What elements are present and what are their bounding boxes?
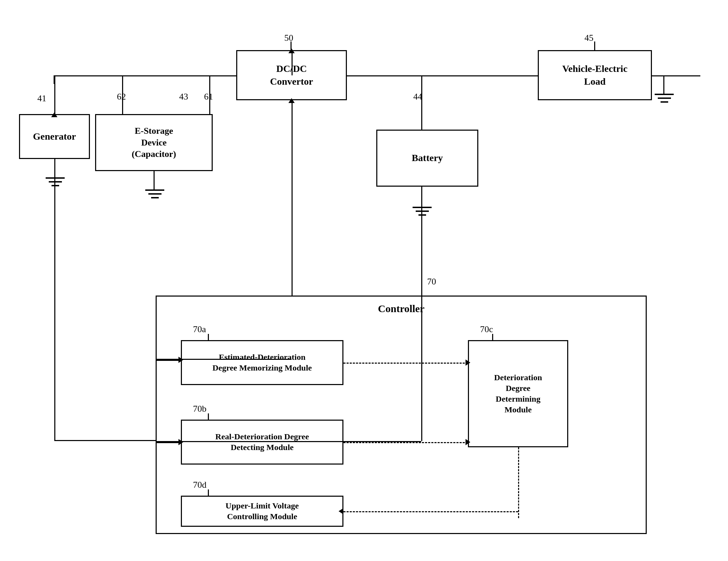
dash-b-to-c <box>343 442 468 443</box>
dash-c-to-d <box>343 511 518 512</box>
battery-horiz-to-ctrl <box>156 441 421 442</box>
mod-c-label: DeteriorationDegreeDeterminingModule <box>494 372 542 415</box>
estorage-box: E-StorageDevice(Capacitor) <box>95 114 213 171</box>
vehicle-load-box: Vehicle-ElectricLoad <box>538 50 652 100</box>
gen-wire-up <box>54 75 55 114</box>
mod-a-tick <box>208 334 209 340</box>
input-wire-to-a <box>157 360 181 361</box>
mod-a-box: Estimated-DeteriorationDegree Memorizing… <box>181 340 343 385</box>
controller-title: Controller <box>378 303 424 315</box>
gen-left-down-wire <box>54 159 55 441</box>
ref-62: 62 <box>117 92 126 102</box>
controller-outer-box: Controller 70a Estimated-DeteriorationDe… <box>156 296 647 534</box>
ref-45: 45 <box>584 33 593 43</box>
estorage-label: E-StorageDevice(Capacitor) <box>132 125 176 160</box>
ref-70c: 70c <box>480 324 493 335</box>
estorage-ground <box>145 189 164 198</box>
battery-down-to-ctrl <box>421 187 422 441</box>
dash-arrow-c-to-d <box>339 508 343 514</box>
mod-c-tick <box>492 334 493 340</box>
estorage-left-wire-up <box>122 75 123 114</box>
dash-arrow-b-to-c <box>466 439 470 445</box>
gen-arrow-up <box>51 112 57 117</box>
ref-43: 43 <box>179 92 188 102</box>
vload-ground <box>655 94 674 103</box>
vehicle-load-label: Vehicle-ElectricLoad <box>562 63 628 88</box>
mod-d-label: Upper-Limit VoltageControlling Module <box>225 501 299 522</box>
ref-70b: 70b <box>193 404 206 414</box>
vload-tick <box>594 41 595 50</box>
estorage-right-wire-up <box>209 75 210 114</box>
diagram-container: 41 Generator 62 43 61 E-StorageDevice(Ca… <box>0 0 728 561</box>
mod-b-label: Real-Deterioration DegreeDetecting Modul… <box>215 431 309 453</box>
battery-wire-up <box>421 93 422 130</box>
dcdc-wire-up <box>292 50 293 75</box>
mod-a-label: Estimated-DeteriorationDegree Memorizing… <box>212 352 312 373</box>
mod-b-box: Real-Deterioration DegreeDetecting Modul… <box>181 420 343 465</box>
generator-box: Generator <box>19 114 90 159</box>
battery-tick <box>421 75 422 93</box>
ref-70: 70 <box>427 277 436 287</box>
mod-d-box: Upper-Limit VoltageControlling Module <box>181 496 343 527</box>
ref-70a: 70a <box>193 324 206 335</box>
dcdc-arrow-up <box>288 48 295 53</box>
battery-label: Battery <box>412 152 443 164</box>
mod-d-tick <box>208 489 209 496</box>
ref-61: 61 <box>204 92 213 102</box>
ref-70d: 70d <box>193 480 206 490</box>
dash-c-down <box>518 447 519 518</box>
dash-a-to-c <box>343 363 468 364</box>
mod-c-box: DeteriorationDegreeDeterminingModule <box>468 340 568 447</box>
gen-to-ctrl-b-horiz <box>54 440 156 441</box>
ref-41: 41 <box>37 93 46 104</box>
mod-b-tick <box>208 413 209 420</box>
estorage-ground-wire <box>154 171 155 190</box>
dash-arrow-a-to-c <box>466 359 470 366</box>
dcdc-horiz-to-ctrl <box>156 359 292 360</box>
battery-box: Battery <box>376 130 478 187</box>
dcdc-down-to-ctrl <box>292 100 293 296</box>
input-wire-to-b <box>157 442 181 443</box>
arrow-into-b <box>178 439 183 445</box>
ref-50: 50 <box>284 33 293 43</box>
arrow-into-a <box>178 357 183 363</box>
vload-ground-wire <box>663 75 664 94</box>
generator-label: Generator <box>33 130 76 143</box>
